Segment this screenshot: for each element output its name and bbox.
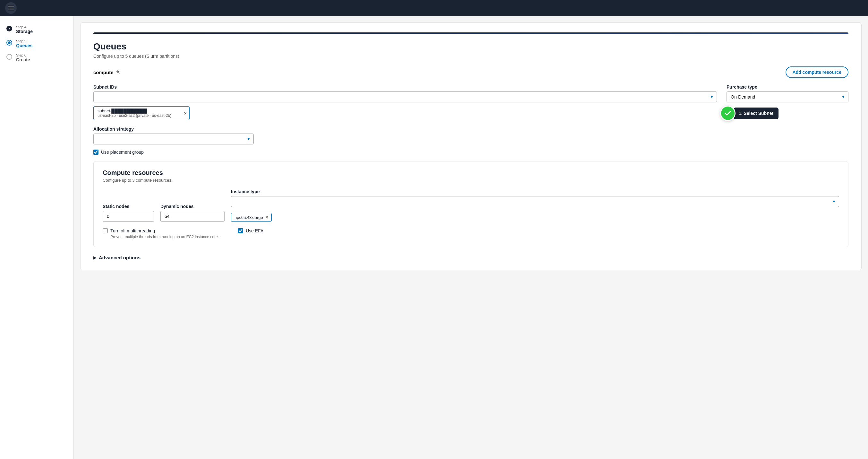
- step-text-queues: Step 5 Queues: [16, 39, 32, 48]
- subnet-tag-detail: us-east-2b · use2-az2 (private · us-east…: [97, 113, 179, 118]
- tooltip-text: 1. Select Subnet: [734, 108, 778, 119]
- instance-type-select[interactable]: hpc6a.48xlarge: [231, 196, 839, 207]
- subnet-tag: subnet-████████████ us-east-2b · use2-az…: [93, 106, 190, 120]
- compute-resources-subtitle: Configure up to 3 compute resources.: [103, 178, 839, 183]
- allocation-strategy-select-wrapper: ▼: [93, 134, 254, 144]
- page-subtitle: Configure up to 5 queues (Slurm partitio…: [93, 54, 848, 59]
- step-text-storage: Step 4 Storage: [16, 25, 33, 34]
- page-title: Queues: [93, 41, 848, 52]
- menu-button[interactable]: [5, 2, 17, 14]
- dynamic-nodes-input[interactable]: [160, 211, 224, 222]
- purchase-type-label: Purchase type: [726, 84, 848, 90]
- queue-header: compute ✎ Add compute resource: [93, 66, 848, 78]
- static-nodes-input[interactable]: [103, 211, 154, 222]
- edit-icon[interactable]: ✎: [116, 70, 120, 75]
- hamburger-icon: [8, 6, 14, 10]
- subnet-tag-close-icon[interactable]: ×: [184, 111, 187, 116]
- advanced-options-toggle[interactable]: ▶ Advanced options: [93, 255, 848, 260]
- compute-resources-box: Compute resources Configure up to 3 comp…: [93, 161, 848, 247]
- sidebar-item-storage: ● Step 4 Storage: [0, 23, 73, 36]
- add-compute-resource-button[interactable]: Add compute resource: [785, 66, 848, 78]
- placement-group-checkbox[interactable]: [93, 150, 98, 155]
- allocation-strategy-select[interactable]: [93, 134, 254, 144]
- static-nodes-label: Static nodes: [103, 204, 154, 209]
- step-text-create: Step 6 Create: [16, 53, 30, 62]
- subnet-tag-name: subnet-████████████: [97, 109, 179, 113]
- instance-tag-wrapper: hpc6a.48xlarge ×: [231, 211, 839, 222]
- subnet-tag-container: subnet-████████████ us-east-2b · use2-az…: [93, 106, 717, 120]
- multithreading-group: Turn off multithreading Prevent multiple…: [103, 227, 219, 239]
- allocation-strategy-label: Allocation strategy: [93, 126, 254, 132]
- advanced-options-label: Advanced options: [99, 255, 141, 260]
- cr-form-row: Static nodes Dynamic nodes Instance type: [103, 189, 839, 222]
- placement-group-label[interactable]: Use placement group: [101, 150, 144, 155]
- sidebar: ● Step 4 Storage Step 5 Queues Step 6 Cr…: [0, 16, 74, 459]
- subnet-ids-group: Subnet IDs ▼ subnet-████████████ us-east…: [93, 84, 717, 120]
- tooltip-bubble: 1. Select Subnet: [720, 106, 778, 121]
- chevron-right-icon: ▶: [93, 256, 96, 260]
- step-label-queues: Step 5: [16, 39, 32, 43]
- tooltip-check-icon: [720, 106, 736, 121]
- subnet-ids-label: Subnet IDs: [93, 84, 717, 90]
- step-name-create: Create: [16, 57, 30, 62]
- bottom-options-row: Turn off multithreading Prevent multiple…: [103, 227, 839, 239]
- step-circle-storage: ●: [6, 26, 12, 31]
- step-indicator-create: [6, 53, 12, 60]
- instance-type-select-wrapper: hpc6a.48xlarge ▼: [231, 196, 839, 207]
- use-efa-label[interactable]: Use EFA: [246, 228, 264, 233]
- step-indicator-storage: ●: [6, 25, 12, 31]
- queue-name-text: compute: [93, 70, 114, 75]
- step-circle-queues: [6, 40, 12, 46]
- multithreading-label[interactable]: Turn off multithreading: [110, 228, 155, 233]
- efa-row: Use EFA: [238, 228, 264, 233]
- compute-resources-title: Compute resources: [103, 169, 839, 176]
- step-circle-create: [6, 54, 12, 60]
- efa-group: Use EFA: [238, 227, 264, 233]
- allocation-strategy-group: Allocation strategy ▼: [93, 126, 254, 144]
- static-nodes-group: Static nodes: [103, 204, 154, 222]
- content-area: Queues Configure up to 5 queues (Slurm p…: [80, 23, 862, 270]
- placement-group-row: Use placement group: [93, 150, 848, 155]
- sidebar-item-create: Step 6 Create: [0, 51, 73, 65]
- subnet-purchase-row: Subnet IDs ▼ subnet-████████████ us-east…: [93, 84, 848, 120]
- instance-tag-text: hpc6a.48xlarge: [235, 215, 263, 220]
- purchase-type-select[interactable]: On-Demand Spot: [726, 91, 848, 103]
- sidebar-item-queues[interactable]: Step 5 Queues: [0, 36, 73, 51]
- multithreading-hint: Prevent multiple threads from running on…: [110, 235, 219, 239]
- dynamic-nodes-label: Dynamic nodes: [160, 204, 224, 209]
- instance-tag-close-icon[interactable]: ×: [266, 215, 268, 220]
- step-label-create: Step 6: [16, 53, 30, 57]
- top-bar: [0, 0, 868, 16]
- step-indicator-queues: [6, 39, 12, 46]
- main-content: Queues Configure up to 5 queues (Slurm p…: [74, 16, 868, 459]
- step-name-storage: Storage: [16, 29, 33, 34]
- use-efa-checkbox[interactable]: [238, 228, 243, 233]
- subnet-ids-select-wrapper: ▼: [93, 91, 717, 103]
- queue-name-row: compute ✎: [93, 70, 120, 75]
- purchase-type-select-wrapper: On-Demand Spot ▼: [726, 91, 848, 103]
- subnet-ids-select[interactable]: [93, 91, 717, 103]
- multithreading-checkbox[interactable]: [103, 228, 108, 233]
- instance-type-group: Instance type hpc6a.48xlarge ▼ hpc6a.48x: [231, 189, 839, 222]
- instance-type-label: Instance type: [231, 189, 839, 194]
- step-name-queues: Queues: [16, 43, 32, 48]
- instance-tag: hpc6a.48xlarge ×: [231, 213, 272, 222]
- multithreading-row: Turn off multithreading: [103, 228, 219, 233]
- step-label-storage: Step 4: [16, 25, 33, 29]
- dynamic-nodes-group: Dynamic nodes: [160, 204, 224, 222]
